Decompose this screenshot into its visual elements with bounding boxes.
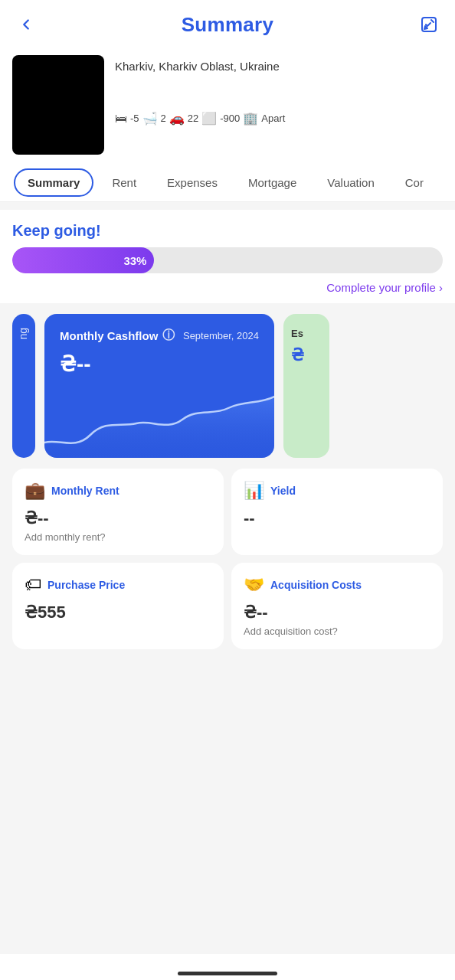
est-card-value: ₴ — [291, 345, 322, 365]
purchase-price-value: ₴555 — [25, 603, 211, 622]
cashflow-header: Monthly Cashflow ⓘ September, 2024 — [60, 328, 259, 344]
acquisition-costs-sub[interactable]: Add acquisition cost? — [244, 626, 430, 637]
stat-parking-value: 22 — [188, 113, 198, 124]
cashflow-date: September, 2024 — [183, 330, 259, 341]
handshake-icon: 🤝 — [244, 575, 264, 595]
info-icon[interactable]: ⓘ — [162, 328, 175, 344]
monthly-rent-title: Monthly Rent — [51, 485, 119, 497]
yield-title: Yield — [270, 485, 296, 497]
bath-icon: 🛁 — [142, 111, 158, 126]
stat-beds-value: -5 — [130, 113, 139, 124]
monthly-rent-sub[interactable]: Add monthly rent? — [25, 531, 211, 543]
chart-icon: 📊 — [244, 481, 264, 501]
bed-icon: 🛏 — [115, 112, 127, 126]
stat-area-value: -900 — [220, 113, 240, 124]
page-title: Summary — [182, 13, 274, 37]
cashflow-value: ₴-- — [60, 351, 259, 377]
monthly-rent-card: 💼 Monthly Rent ₴-- Add monthly rent? — [12, 469, 224, 555]
property-stats: 🛏 -5 🛁 2 🚗 22 ⬜ -900 🏢 Apart — [115, 111, 443, 126]
yield-value: -- — [244, 508, 430, 528]
stat-baths: 🛁 2 — [142, 111, 166, 126]
property-image — [12, 55, 104, 155]
stat-type-value: Apart — [261, 113, 285, 124]
back-button[interactable] — [12, 11, 40, 38]
home-indicator-bar — [0, 954, 455, 980]
keep-going-heading: Keep going! — [12, 222, 443, 240]
tab-mortgage[interactable]: Mortgage — [236, 168, 309, 197]
wallet-icon: 💼 — [25, 481, 45, 501]
property-info: Kharkiv, Kharkiv Oblast, Ukraine 🛏 -5 🛁 … — [115, 55, 443, 126]
stat-parking: 🚗 22 — [169, 111, 198, 126]
stat-baths-value: 2 — [161, 113, 166, 124]
stat-area: ⬜ -900 — [201, 111, 240, 126]
profile-completion-section: Keep going! 33% Complete your profile › — [0, 210, 455, 303]
tabs-bar: Summary Rent Expenses Mortgage Valuation… — [0, 164, 455, 202]
yield-header: 📊 Yield — [244, 481, 430, 501]
partial-left-card: ng — [12, 314, 35, 458]
stat-type: 🏢 Apart — [243, 111, 285, 126]
cashflow-card: Monthly Cashflow ⓘ September, 2024 ₴-- — [44, 314, 274, 458]
purchase-price-header: 🏷 Purchase Price — [25, 575, 211, 595]
cashflow-title: Monthly Cashflow ⓘ — [60, 328, 175, 344]
monthly-rent-value: ₴-- — [25, 508, 211, 528]
tab-expenses[interactable]: Expenses — [155, 168, 230, 197]
yield-card: 📊 Yield -- — [231, 469, 443, 555]
progress-label: 33% — [123, 254, 146, 267]
progress-bar-background: 33% — [12, 247, 443, 273]
cashflow-cards-scroll: ng Monthly Cashflow ⓘ September, 2024 ₴-… — [0, 303, 455, 469]
car-icon: 🚗 — [169, 111, 185, 126]
partial-left-label: ng — [17, 328, 31, 340]
building-icon: 🏢 — [243, 111, 258, 126]
edit-button[interactable] — [415, 11, 443, 38]
purchase-price-title: Purchase Price — [47, 579, 125, 591]
acquisition-costs-header: 🤝 Acquisition Costs — [244, 575, 430, 595]
tab-cor[interactable]: Cor — [393, 168, 436, 197]
header: Summary — [0, 0, 455, 46]
cashflow-chart — [44, 381, 274, 458]
complete-profile-link[interactable]: Complete your profile › — [12, 281, 443, 294]
tag-icon: 🏷 — [25, 575, 41, 595]
property-section: Kharkiv, Kharkiv Oblast, Ukraine 🛏 -5 🛁 … — [0, 46, 455, 164]
tab-rent[interactable]: Rent — [100, 168, 149, 197]
est-card-label: Es — [291, 328, 322, 339]
acquisition-costs-title: Acquisition Costs — [270, 579, 362, 591]
progress-bar-fill: 33% — [12, 247, 154, 273]
acquisition-costs-card: 🤝 Acquisition Costs ₴-- Add acquisition … — [231, 563, 443, 649]
metric-cards-grid: 💼 Monthly Rent ₴-- Add monthly rent? 📊 Y… — [0, 469, 455, 662]
purchase-price-card: 🏷 Purchase Price ₴555 — [12, 563, 224, 649]
acquisition-costs-value: ₴-- — [244, 603, 430, 622]
tab-valuation[interactable]: Valuation — [315, 168, 386, 197]
monthly-rent-header: 💼 Monthly Rent — [25, 481, 211, 501]
partial-est-card: Es ₴ — [283, 314, 329, 458]
home-indicator — [178, 972, 277, 975]
stat-beds: 🛏 -5 — [115, 111, 139, 126]
property-location: Kharkiv, Kharkiv Oblast, Ukraine — [115, 58, 443, 74]
area-icon: ⬜ — [201, 111, 217, 126]
tab-summary[interactable]: Summary — [14, 168, 93, 197]
